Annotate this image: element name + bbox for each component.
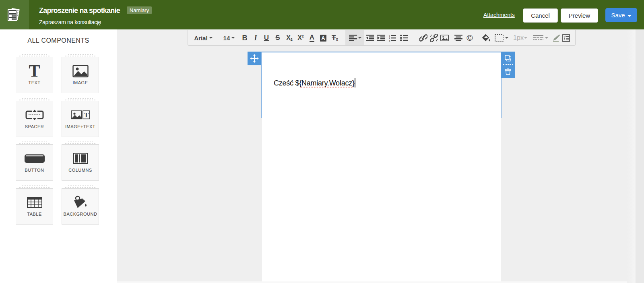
svg-text:3: 3: [389, 39, 390, 42]
svg-text:T: T: [84, 111, 89, 119]
